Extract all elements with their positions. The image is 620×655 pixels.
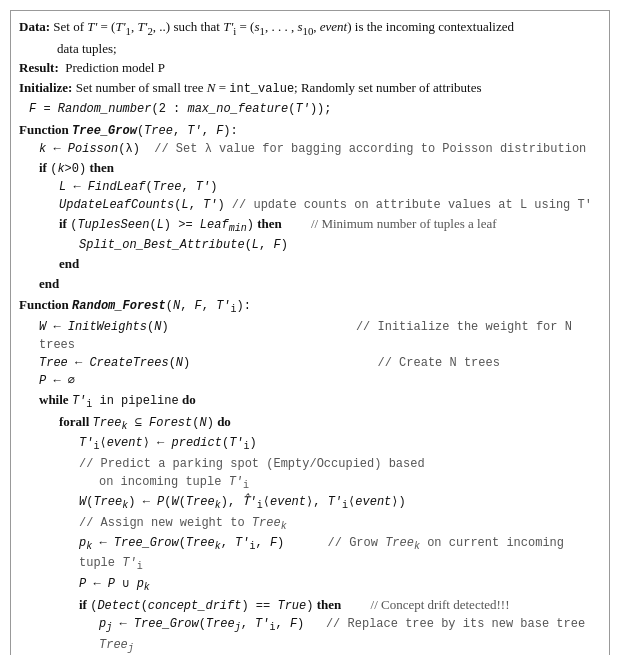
initialize-line: Initialize: Set number of small tree N =…: [19, 78, 601, 98]
poisson-line: k ← Poisson(λ) // Set λ value for baggin…: [19, 140, 601, 158]
createtrees-line: Tree ← CreateTrees(N) // Create N trees: [19, 354, 601, 372]
p-union-pk: P ← P ∪ pk: [19, 575, 601, 595]
forall-line: forall Treek ⊆ Forest(N) do: [19, 412, 601, 434]
result-text: Prediction model P: [65, 60, 165, 75]
split-line: Split_on_Best_Attribute(L, F): [19, 236, 601, 254]
result-line: Result: Prediction model P: [19, 58, 601, 78]
data-text: Set of T' = (T'1, T'2, ..) such that T'i…: [53, 17, 514, 39]
if-tuples-line: if (TuplesSeen(L) >= Leafmin) then // Mi…: [19, 214, 601, 236]
weight-line: W(Treek) ← P(W(Treek), T̂'i⟨event⟩, T'i⟨…: [19, 493, 601, 534]
p-empty-line: P ← ∅: [19, 372, 601, 390]
treegrow-params: (Tree, T', F):: [137, 124, 238, 138]
initialize-text: Set number of small tree N = int_value; …: [76, 78, 482, 98]
function-treegrow-header: Function Tree_Grow(Tree, T', F):: [19, 120, 601, 140]
function-keyword: Function: [19, 122, 72, 137]
predict-line: T'i⟨event⟩ ← predict(T'i) // Predict a p…: [19, 434, 601, 472]
if-drift-line: if (Detect(concept_drift) == True) then …: [19, 595, 601, 615]
algorithm-content: Data: Set of T' = (T'1, T'2, ..) such th…: [10, 10, 610, 655]
pj-line: pj ← Tree_Grow(Treej, T'i, F) // Replace…: [19, 615, 601, 655]
data-line: Data: Set of T' = (T'1, T'2, ..) such th…: [19, 17, 601, 39]
updateleaf-line: UpdateLeafCounts(L, T') // update counts…: [19, 196, 601, 214]
while-line: while T'i in pipeline do: [19, 390, 601, 412]
end-if-tuples: end: [19, 254, 601, 274]
if-k-line: if (k>0) then: [19, 158, 601, 178]
algorithm-block: Data: Set of T' = (T'1, T'2, ..) such th…: [10, 10, 610, 655]
function-rf-header: Function Random_Forest(N, F, T'i):: [19, 295, 601, 317]
data-text-cont: data tuples;: [19, 39, 601, 59]
predict-line-cont: on incoming tuple T'i: [19, 473, 601, 493]
initialize-label: Initialize:: [19, 78, 76, 98]
data-label: Data:: [19, 17, 53, 39]
end-if-k: end: [19, 274, 601, 294]
initialize-text-cont: F = Random_number(2 : max_no_feature(T')…: [19, 98, 601, 118]
pk-line: pk ← Tree_Grow(Treek, T'i, F) // Grow Tr…: [19, 534, 601, 575]
treegrow-name: Tree_Grow: [72, 124, 137, 138]
result-label: Result:: [19, 60, 62, 75]
findleaf-line: L ← FindLeaf(Tree, T'): [19, 178, 601, 196]
initweights-line: W ← InitWeights(N) // Initialize the wei…: [19, 318, 601, 354]
